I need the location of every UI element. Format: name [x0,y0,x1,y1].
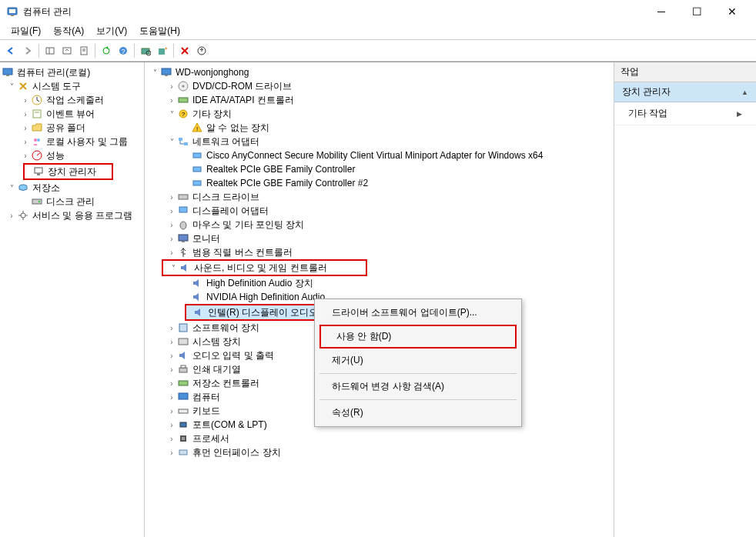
expander-icon[interactable]: › [166,192,177,202]
device-ide[interactable]: ›IDE ATA/ATAPI 컨트롤러 [145,93,614,107]
actions-section[interactable]: 장치 관리자 ▲ [614,82,756,102]
collapse-icon[interactable]: ▲ [741,88,748,96]
device-tree[interactable]: ˅ WD-wonjonghong ›DVD/CD-ROM 드라이브 ›IDE A… [145,62,614,537]
tree-system-tools[interactable]: ˅ 시스템 도구 [0,79,144,93]
device-display[interactable]: ›디스플레이 어댑터 [145,204,614,218]
device-monitors[interactable]: ›모니터 [145,232,614,245]
svg-rect-42 [184,142,188,145]
expander-icon[interactable]: ˅ [6,81,17,92]
tree-label: 범용 직렬 버스 컨트롤러 [192,246,293,259]
expander-icon[interactable]: ˅ [6,182,17,193]
expander-icon[interactable]: › [20,150,31,161]
expander-icon[interactable]: ˅ [166,108,177,119]
actions-header: 작업 [614,62,756,82]
device-network[interactable]: ˅네트워크 어댑터 [145,135,614,148]
svg-point-24 [37,138,40,142]
device-usb[interactable]: ›범용 직렬 버스 컨트롤러 [145,245,614,259]
device-hid[interactable]: ›휴먼 인터페이스 장치 [145,445,614,459]
tree-performance[interactable]: › 성능 [0,148,144,162]
tree-root[interactable]: 컴퓨터 관리(로컬) [0,65,144,79]
expander-icon[interactable]: › [20,122,31,133]
device-mice[interactable]: ›마우스 및 기타 포인팅 장치 [145,218,614,232]
menu-view[interactable]: 보기(V) [90,23,133,39]
help-button[interactable]: ? [115,43,131,58]
update-driver-button[interactable] [155,43,170,58]
tree-event-viewer[interactable]: › 이벤트 뷰어 [0,107,144,121]
disable-button[interactable] [177,43,192,58]
expander-icon[interactable]: › [166,95,177,105]
svg-rect-55 [179,381,188,385]
system-icon [177,335,189,348]
expander-icon[interactable]: › [166,350,177,361]
expander-icon[interactable]: › [20,108,31,119]
tree-device-manager[interactable]: 장치 관리자 [25,165,112,178]
actions-item-more[interactable]: 기타 작업 ▶ [614,102,756,125]
expander-icon[interactable]: › [166,322,177,333]
expander-icon[interactable]: › [166,447,177,458]
device-cisco[interactable]: Cisco AnyConnect Secure Mobility Client … [145,148,614,162]
expander-icon[interactable]: ˅ [166,136,177,147]
expander-icon[interactable]: › [166,336,177,347]
expander-icon[interactable]: › [20,95,31,105]
tree-label: 컴퓨터 관리(로컬) [17,66,90,79]
expander-icon[interactable]: › [166,205,177,216]
expander-icon[interactable]: › [166,247,177,258]
device-unknown[interactable]: !알 수 없는 장치 [145,121,614,135]
tree-local-users[interactable]: › 로컬 사용자 및 그룹 [0,135,144,148]
close-button[interactable]: ✕ [714,0,750,23]
printer-icon [177,363,189,375]
expander-icon[interactable]: › [166,419,177,430]
ctx-properties[interactable]: 속성(R) [316,402,520,423]
tree-storage[interactable]: ˅ 저장소 [0,181,144,195]
device-hd-audio[interactable]: High Definition Audio 장치 [145,276,614,290]
device-processors[interactable]: ›프로세서 [145,432,614,445]
device-sound[interactable]: ˅사운드, 비디오 및 게임 컨트롤러 [163,261,366,275]
tree-disk-mgmt[interactable]: 디스크 관리 [0,195,144,208]
expander-icon[interactable]: › [20,136,31,147]
maximize-button[interactable]: ☐ [679,0,714,23]
expander-icon[interactable]: › [6,210,17,221]
tree-scheduler[interactable]: › 작업 스케줄러 [0,93,144,107]
expander-icon[interactable]: ˅ [149,67,160,78]
scan-hw-button[interactable] [138,43,153,58]
export-button[interactable] [59,43,75,58]
device-disk-drives[interactable]: ›디스크 드라이브 [145,190,614,204]
ctx-uninstall[interactable]: 제거(U) [316,350,520,371]
svg-rect-34 [165,75,168,76]
ctx-scan-hw[interactable]: 하드웨어 변경 사항 검색(A) [316,376,520,397]
device-root[interactable]: ˅ WD-wonjonghong [145,65,614,79]
tree-services-apps[interactable]: › 서비스 및 응용 프로그램 [0,208,144,222]
device-realtek1[interactable]: Realtek PCIe GBE Family Controller [145,162,614,176]
refresh-button[interactable] [99,43,114,58]
show-hide-button[interactable] [42,43,58,58]
expander-icon[interactable]: › [166,392,177,402]
expander-icon[interactable]: › [166,405,177,416]
back-button[interactable] [3,43,18,58]
uninstall-button[interactable] [194,43,209,58]
expander-icon[interactable]: › [166,378,177,389]
expander-icon[interactable]: › [166,233,177,244]
expander-icon[interactable]: ˅ [168,262,179,273]
ctx-update-driver[interactable]: 드라이버 소프트웨어 업데이트(P)... [316,302,520,323]
expander-icon[interactable]: › [166,433,177,444]
properties-button[interactable] [76,43,92,58]
tree-label: Realtek PCIe GBE Family Controller #2 [206,178,368,188]
svg-rect-50 [182,241,185,242]
expander-icon[interactable]: › [166,81,177,92]
expander-icon[interactable]: › [166,364,177,375]
tree-label: DVD/CD-ROM 드라이브 [192,80,292,93]
device-dvd[interactable]: ›DVD/CD-ROM 드라이브 [145,79,614,93]
expander-icon[interactable]: › [166,219,177,230]
highlight-disable-item: 사용 안 함(D) [319,325,517,349]
tree-shared-folders[interactable]: › 공유 폴더 [0,121,144,135]
svg-rect-57 [179,409,188,413]
left-tree[interactable]: 컴퓨터 관리(로컬) ˅ 시스템 도구 › 작업 스케줄러 › 이벤트 뷰어 ›… [0,62,145,537]
device-realtek2[interactable]: Realtek PCIe GBE Family Controller #2 [145,176,614,190]
menu-help[interactable]: 도움말(H) [133,23,186,39]
menu-file[interactable]: 파일(F) [5,23,47,39]
minimize-button[interactable]: ─ [644,0,679,23]
device-other[interactable]: ˅?기타 장치 [145,107,614,121]
forward-button[interactable] [20,43,35,58]
ctx-disable[interactable]: 사용 안 함(D) [321,326,515,347]
menu-action[interactable]: 동작(A) [47,23,90,39]
